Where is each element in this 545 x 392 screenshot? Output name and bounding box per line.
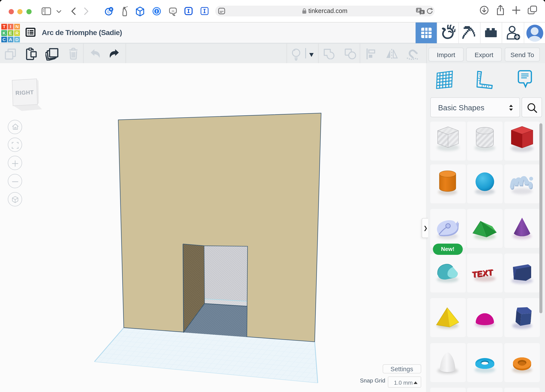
svg-text:K: K [2,30,6,35]
svg-text:x: x [421,10,423,14]
svg-text:A: A [9,37,12,42]
svg-text:D: D [15,37,19,42]
svg-text:R: R [15,30,19,35]
svg-text:E: E [9,30,12,35]
svg-text:T: T [3,24,6,29]
svg-text:I: I [10,24,11,29]
svg-text:N: N [15,24,19,29]
svg-text:C: C [2,37,6,42]
svg-text:RIGHT: RIGHT [15,89,34,96]
